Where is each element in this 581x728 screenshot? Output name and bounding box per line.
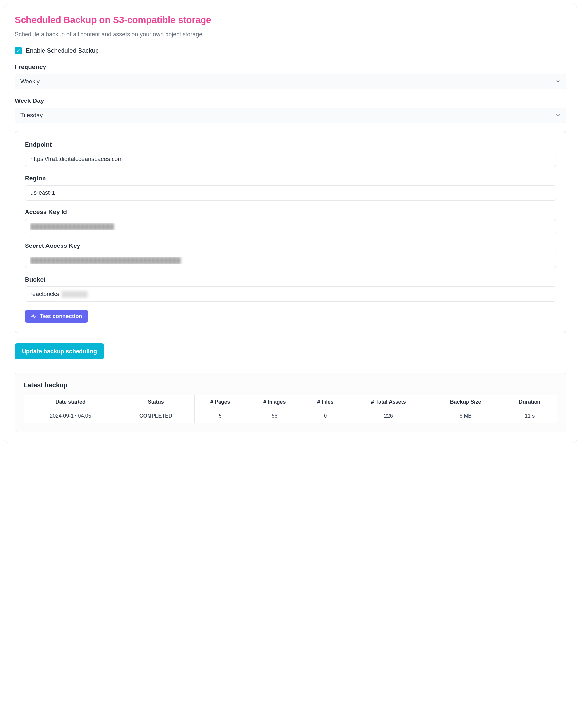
test-connection-label: Test connection: [40, 313, 82, 319]
table-header-row: Date started Status # Pages # Images # F…: [24, 395, 557, 409]
weekday-select-wrapper: Tuesday: [15, 108, 566, 123]
activity-icon: [31, 313, 37, 319]
backup-table: Date started Status # Pages # Images # F…: [24, 395, 557, 423]
cell-total: 226: [348, 409, 429, 423]
bucket-input[interactable]: reactbricks: [25, 286, 556, 302]
col-duration: Duration: [502, 395, 557, 409]
cell-date: 2024-09-17 04:05: [24, 409, 117, 423]
cell-status: COMPLETED: [117, 409, 194, 423]
endpoint-label: Endpoint: [25, 141, 556, 148]
bucket-label: Bucket: [25, 276, 556, 283]
enable-backup-row: Enable Scheduled Backup: [15, 47, 566, 54]
cell-size: 6 MB: [429, 409, 502, 423]
cell-pages: 5: [194, 409, 246, 423]
update-scheduling-label: Update backup scheduling: [22, 348, 97, 355]
cell-files: 0: [303, 409, 348, 423]
access-key-label: Access Key Id: [25, 209, 556, 216]
s3-config-box: Endpoint Region Access Key Id Secret Acc…: [15, 131, 566, 333]
col-images: # Images: [246, 395, 303, 409]
region-label: Region: [25, 175, 556, 182]
access-key-input[interactable]: [25, 219, 556, 234]
region-input[interactable]: [25, 185, 556, 201]
enable-backup-checkbox[interactable]: [15, 47, 22, 54]
weekday-label: Week Day: [15, 97, 566, 104]
frequency-label: Frequency: [15, 63, 566, 71]
col-size: Backup Size: [429, 395, 502, 409]
col-date: Date started: [24, 395, 117, 409]
frequency-select[interactable]: Weekly: [15, 74, 566, 89]
backup-settings-panel: Scheduled Backup on S3-compatible storag…: [4, 4, 577, 443]
cell-images: 56: [246, 409, 303, 423]
col-total: # Total Assets: [348, 395, 429, 409]
update-scheduling-button[interactable]: Update backup scheduling: [15, 343, 104, 359]
col-files: # Files: [303, 395, 348, 409]
weekday-select[interactable]: Tuesday: [15, 108, 566, 123]
latest-backup-title: Latest backup: [24, 381, 557, 389]
cell-duration: 11 s: [502, 409, 557, 423]
frequency-select-wrapper: Weekly: [15, 74, 566, 89]
col-status: Status: [117, 395, 194, 409]
bucket-visible-text: reactbricks: [30, 291, 59, 297]
page-subtitle: Schedule a backup of all content and ass…: [15, 31, 566, 38]
secret-key-label: Secret Access Key: [25, 242, 556, 250]
enable-backup-label: Enable Scheduled Backup: [26, 47, 99, 54]
table-row: 2024-09-17 04:05 COMPLETED 5 56 0 226 6 …: [24, 409, 557, 423]
page-title: Scheduled Backup on S3-compatible storag…: [15, 15, 566, 25]
col-pages: # Pages: [194, 395, 246, 409]
secret-key-input[interactable]: [25, 253, 556, 268]
endpoint-input[interactable]: [25, 152, 556, 167]
latest-backup-section: Latest backup Date started Status # Page…: [15, 372, 566, 432]
check-icon: [16, 48, 21, 53]
test-connection-button[interactable]: Test connection: [25, 310, 88, 323]
bucket-redacted-suffix: [61, 291, 88, 297]
